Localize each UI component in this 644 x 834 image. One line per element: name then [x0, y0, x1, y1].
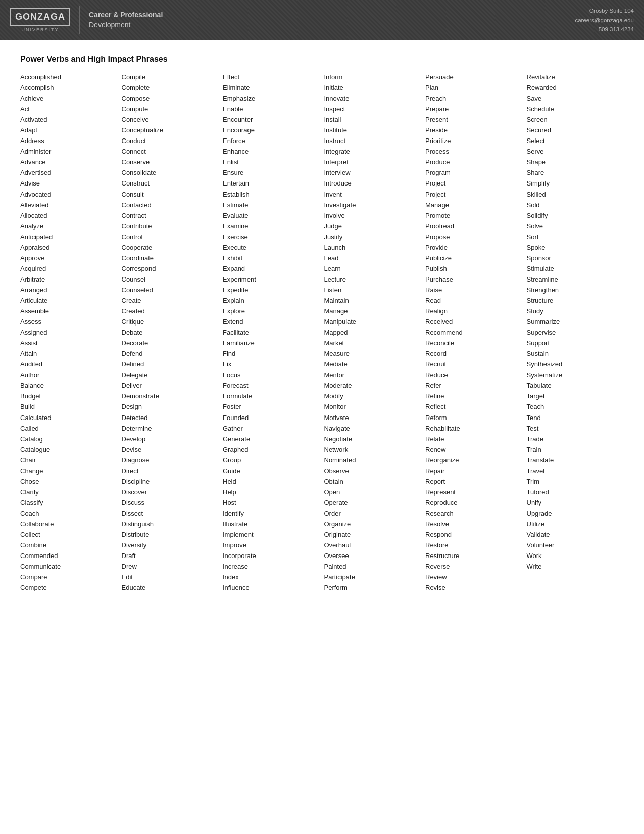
word-item: Compose	[122, 93, 219, 104]
department-name: Career & Professional Development	[89, 6, 163, 34]
word-item: Accomplish	[20, 82, 118, 93]
word-item: Appraised	[20, 242, 118, 253]
word-item: Demonstrate	[122, 391, 219, 401]
word-item: Communicate	[20, 561, 118, 572]
word-item: Develop	[122, 434, 219, 444]
word-item: Write	[527, 561, 624, 572]
word-item: Secured	[527, 125, 624, 135]
word-item: Purchase	[425, 274, 523, 285]
word-item: Mentor	[324, 369, 422, 380]
word-item: Save	[527, 93, 624, 104]
word-item: Learn	[324, 263, 422, 274]
word-item: Lead	[324, 253, 422, 263]
word-item: Design	[122, 401, 219, 412]
word-item: Coach	[20, 508, 118, 519]
word-item: Read	[425, 295, 523, 306]
word-item: Delegate	[122, 369, 219, 380]
word-item: Organize	[324, 519, 422, 529]
word-item: Work	[527, 550, 624, 561]
word-item: Propose	[425, 231, 523, 242]
word-item: Correspond	[122, 263, 219, 274]
word-item: Counseled	[122, 285, 219, 295]
word-item: Budget	[20, 391, 118, 401]
word-item: Assess	[20, 316, 118, 327]
word-item: Project	[425, 178, 523, 189]
word-item: Tutored	[527, 487, 624, 497]
word-item: Repair	[425, 466, 523, 476]
word-item: Share	[527, 167, 624, 178]
word-item: Plan	[425, 82, 523, 93]
word-item: Conduct	[122, 135, 219, 146]
word-item: Build	[20, 401, 118, 412]
word-item: Screen	[527, 114, 624, 125]
word-item: Identify	[223, 508, 320, 519]
word-item: Sponsor	[527, 253, 624, 263]
word-item: Inform	[324, 72, 422, 82]
word-item: Encourage	[223, 125, 320, 135]
word-item: Articulate	[20, 295, 118, 306]
word-item: Validate	[527, 529, 624, 540]
word-item: Classify	[20, 497, 118, 508]
word-item: Find	[223, 348, 320, 359]
word-item: Defend	[122, 348, 219, 359]
word-item: Help	[223, 487, 320, 497]
word-item: Select	[527, 135, 624, 146]
word-item: Prepare	[425, 104, 523, 114]
word-item: Preside	[425, 125, 523, 135]
word-item: Administer	[20, 146, 118, 157]
word-item: Monitor	[324, 401, 422, 412]
word-item: Promote	[425, 210, 523, 221]
word-item: Compare	[20, 572, 118, 582]
word-item: Invent	[324, 189, 422, 200]
word-item: Realign	[425, 306, 523, 316]
word-item: Ensure	[223, 167, 320, 178]
word-item: Reverse	[425, 561, 523, 572]
word-item: Summarize	[527, 316, 624, 327]
word-item: Founded	[223, 412, 320, 423]
word-item: Install	[324, 114, 422, 125]
word-item: Calculated	[20, 412, 118, 423]
word-item: Distinguish	[122, 519, 219, 529]
word-item: Clarify	[20, 487, 118, 497]
word-item: Study	[527, 306, 624, 316]
word-item: Justify	[324, 231, 422, 242]
word-item: Manipulate	[324, 316, 422, 327]
word-item: Deliver	[122, 380, 219, 391]
word-item: Refer	[425, 380, 523, 391]
word-item: Originate	[324, 529, 422, 540]
word-item: Solve	[527, 221, 624, 231]
word-item: Relate	[425, 434, 523, 444]
word-item: Reconcile	[425, 338, 523, 348]
word-item: Assist	[20, 338, 118, 348]
word-item: Interview	[324, 167, 422, 178]
word-item: Combine	[20, 540, 118, 550]
word-item: Acquired	[20, 263, 118, 274]
word-item: Estimate	[223, 200, 320, 210]
word-item: Navigate	[324, 423, 422, 434]
word-item: Advocated	[20, 189, 118, 200]
word-item: Network	[324, 444, 422, 455]
word-item: Expedite	[223, 285, 320, 295]
word-item: Author	[20, 369, 118, 380]
word-item: Conceive	[122, 114, 219, 125]
logo-sub: UNIVERSITY	[10, 27, 70, 32]
word-item: Negotiate	[324, 434, 422, 444]
word-item: Evaluate	[223, 210, 320, 221]
word-item: Test	[527, 423, 624, 434]
word-item: Innovate	[324, 93, 422, 104]
word-item: Facilitate	[223, 327, 320, 338]
word-item: Connect	[122, 146, 219, 157]
word-item: Diversify	[122, 540, 219, 550]
word-item: Assigned	[20, 327, 118, 338]
word-item: Improve	[223, 540, 320, 550]
word-item: Publish	[425, 263, 523, 274]
word-item: Activated	[20, 114, 118, 125]
word-item: Manage	[324, 306, 422, 316]
word-item: Entertain	[223, 178, 320, 189]
word-column-2: CompileCompleteComposeComputeConceiveCon…	[122, 72, 219, 593]
word-item: Arbitrate	[20, 274, 118, 285]
word-item: Perform	[324, 582, 422, 593]
word-item: Judge	[324, 221, 422, 231]
word-item: Created	[122, 306, 219, 316]
word-item: Proofread	[425, 221, 523, 231]
